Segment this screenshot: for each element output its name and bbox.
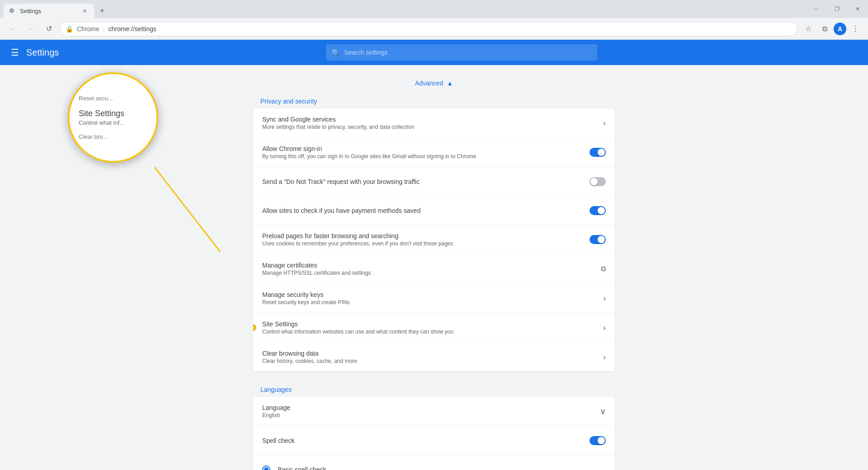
payment-methods-toggle[interactable]	[590, 206, 606, 215]
language-item[interactable]: Language English ∨	[253, 397, 615, 426]
active-tab[interactable]: ⚙ Settings ✕	[4, 4, 94, 18]
clear-browsing-text: Clear browsing data Clear history, cooki…	[262, 350, 603, 364]
security-keys-control: ›	[603, 294, 606, 303]
lock-icon: 🔒	[66, 25, 73, 33]
new-tab-button[interactable]: +	[96, 5, 108, 17]
mag-item-bottom: Clear bro...	[79, 133, 147, 140]
settings-header: ☰ Settings 🔍	[0, 40, 868, 65]
allow-signin-text: Allow Chrome sign-in By turning this off…	[262, 145, 590, 160]
security-keys-chevron-icon: ›	[603, 294, 606, 303]
advanced-toggle[interactable]: Advanced ▲	[253, 76, 615, 94]
preload-pages-item[interactable]: Preload pages for faster browsing and se…	[253, 225, 615, 254]
manage-certs-text: Manage certificates Manage HTTPS/SSL cer…	[262, 262, 601, 276]
clear-browsing-control: ›	[603, 352, 606, 362]
languages-settings-card: Language English ∨ Spell check	[253, 397, 615, 470]
sidebar-menu-icon[interactable]: ☰	[11, 47, 19, 58]
search-bar[interactable]: 🔍	[326, 44, 597, 61]
spell-check-control[interactable]	[590, 436, 606, 445]
privacy-settings-card: Sync and Google services More settings t…	[253, 108, 615, 371]
magnifier-lens: Reset secu... Site Settings Control what…	[68, 72, 158, 163]
bookmark-button[interactable]: ☆	[801, 22, 816, 36]
forward-button[interactable]: →	[24, 22, 38, 36]
extensions-button[interactable]: ⧉	[817, 22, 832, 36]
language-name: Language	[262, 404, 600, 411]
allow-signin-control[interactable]	[590, 148, 606, 157]
profile-avatar[interactable]: A	[834, 23, 846, 35]
back-button[interactable]: ←	[5, 22, 20, 36]
sync-google-item[interactable]: Sync and Google services More settings t…	[253, 108, 615, 138]
chrome-brand-label: Chrome	[77, 25, 99, 33]
basic-spell-check-radio[interactable]	[262, 465, 270, 470]
payment-methods-name: Allow sites to check if you have payment…	[262, 207, 590, 214]
site-settings-chevron-icon: ›	[603, 323, 606, 333]
site-settings-control: ›	[603, 323, 606, 333]
preload-pages-toggle[interactable]	[590, 235, 606, 244]
tab-close-button[interactable]: ✕	[80, 7, 89, 15]
spell-check-toggle[interactable]	[590, 436, 606, 445]
spell-check-text: Spell check	[262, 437, 590, 444]
mag-site-settings-title: Site Settings	[79, 109, 147, 118]
minimize-button[interactable]: ─	[806, 0, 826, 18]
chevron-right-icon: ›	[603, 118, 606, 128]
settings-page-title: Settings	[26, 47, 59, 58]
security-keys-item[interactable]: Manage security keys Reset security keys…	[253, 284, 615, 313]
privacy-section-title: Privacy and security	[253, 94, 615, 108]
search-icon: 🔍	[331, 48, 340, 57]
mag-site-settings-desc: Control what inf...	[79, 119, 147, 126]
url-text: chrome://settings	[108, 25, 156, 33]
security-keys-desc: Reset security keys and create PINs	[262, 299, 603, 306]
site-settings-text: Site Settings Control what information w…	[262, 320, 603, 335]
basic-spell-check-text: Basic spell check	[278, 466, 606, 470]
address-bar[interactable]: 🔒 Chrome | chrome://settings	[60, 22, 797, 36]
manage-certs-control: ⧉	[601, 265, 606, 273]
maximize-button[interactable]: ❐	[826, 0, 847, 18]
window-controls: ─ ❐ ✕	[806, 0, 868, 18]
chrome-menu-button[interactable]: ⋮	[848, 22, 863, 36]
basic-spell-check-item[interactable]: Basic spell check	[253, 455, 615, 470]
language-chevron-icon: ∨	[600, 406, 606, 416]
payment-methods-control[interactable]	[590, 206, 606, 215]
do-not-track-toggle[interactable]	[590, 177, 606, 186]
advanced-chevron-icon: ▲	[447, 80, 453, 87]
manage-certs-item[interactable]: Manage certificates Manage HTTPS/SSL cer…	[253, 254, 615, 284]
preload-pages-name: Preload pages for faster browsing and se…	[262, 232, 590, 240]
title-bar: ⚙ Settings ✕ + ─ ❐ ✕	[0, 0, 868, 18]
clear-browsing-name: Clear browsing data	[262, 350, 603, 357]
mag-item-top: Reset secu...	[79, 95, 147, 102]
content-wrapper: Advanced ▲ Privacy and security Sync and…	[253, 65, 615, 470]
nav-right-controls: ☆ ⧉ A ⋮	[801, 22, 863, 36]
preload-pages-control[interactable]	[590, 235, 606, 244]
allow-signin-name: Allow Chrome sign-in	[262, 145, 590, 152]
mag-item-main: Site Settings Control what inf...	[79, 109, 147, 126]
search-input[interactable]	[344, 49, 592, 56]
payment-methods-item[interactable]: Allow sites to check if you have payment…	[253, 196, 615, 225]
allow-signin-item[interactable]: Allow Chrome sign-in By turning this off…	[253, 138, 615, 167]
navigation-bar: ← → ↺ 🔒 Chrome | chrome://settings ☆ ⧉ A…	[0, 18, 868, 40]
languages-section-title: Languages	[253, 382, 615, 397]
payment-methods-text: Allow sites to check if you have payment…	[262, 207, 590, 214]
site-settings-name: Site Settings	[262, 320, 603, 328]
basic-spell-check-name: Basic spell check	[278, 466, 606, 470]
external-link-icon: ⧉	[601, 265, 606, 273]
do-not-track-item[interactable]: Send a "Do Not Track" request with your …	[253, 167, 615, 196]
spell-check-item[interactable]: Spell check	[253, 426, 615, 455]
magnifier-content: Reset secu... Site Settings Control what…	[70, 74, 156, 161]
browser-frame: ⚙ Settings ✕ + ─ ❐ ✕ ← → ↺ 🔒 Chrome | ch…	[0, 0, 868, 470]
refresh-button[interactable]: ↺	[42, 22, 56, 36]
sync-google-name: Sync and Google services	[262, 116, 603, 123]
site-settings-desc: Control what information websites can us…	[262, 329, 603, 335]
do-not-track-control[interactable]	[590, 177, 606, 186]
security-keys-text: Manage security keys Reset security keys…	[262, 291, 603, 306]
clear-browsing-item[interactable]: Clear browsing data Clear history, cooki…	[253, 343, 615, 371]
security-keys-name: Manage security keys	[262, 291, 603, 298]
language-desc: English	[262, 412, 600, 418]
allow-signin-toggle[interactable]	[590, 148, 606, 157]
sync-google-desc: More settings that relate to privacy, se…	[262, 124, 603, 130]
sync-google-text: Sync and Google services More settings t…	[262, 116, 603, 130]
manage-certs-name: Manage certificates	[262, 262, 601, 269]
close-button[interactable]: ✕	[847, 0, 868, 18]
site-settings-item[interactable]: Site Settings Control what information w…	[253, 313, 615, 343]
tab-title: Settings	[20, 8, 77, 14]
tab-favicon: ⚙	[9, 7, 16, 14]
languages-section: Languages Language English ∨	[253, 382, 615, 470]
